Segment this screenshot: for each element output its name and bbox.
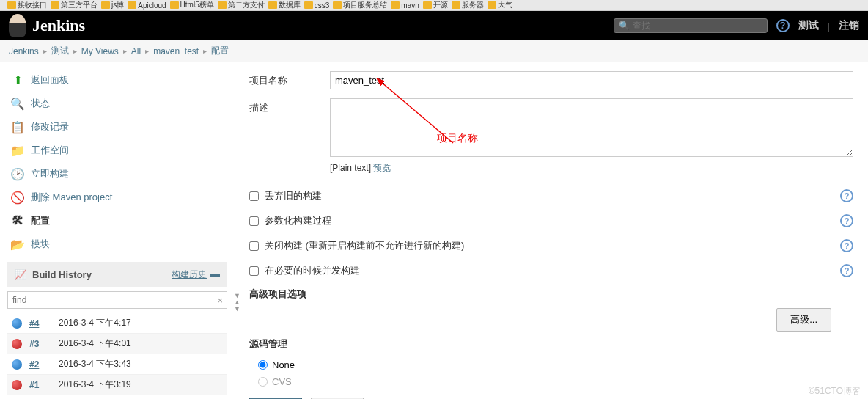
tools-icon: 🛠 bbox=[10, 213, 25, 228]
bookmark-item[interactable]: 第三方平台 bbox=[51, 0, 98, 10]
user-link[interactable]: 测试 bbox=[798, 19, 819, 32]
scm-header: 源码管理 bbox=[249, 337, 853, 352]
folder-icon bbox=[452, 1, 460, 9]
crumb-jenkins[interactable]: Jenkins bbox=[9, 46, 39, 56]
content-area: 项目名称 描述 [Plain text] 预览 丢弃旧的构建 ? 参数化构建过程… bbox=[235, 62, 868, 399]
magnifier-icon: 🔍 bbox=[10, 96, 25, 111]
build-row[interactable]: #32016-3-4 下午4:01 bbox=[7, 334, 227, 354]
help-icon[interactable]: ? bbox=[840, 264, 853, 277]
logo-area[interactable]: Jenkins bbox=[9, 14, 85, 37]
disable-build-row: 关闭构建 (重新开启构建前不允许进行新的构建) ? bbox=[249, 233, 853, 258]
help-icon[interactable]: ? bbox=[840, 189, 853, 202]
help-icon[interactable]: ? bbox=[840, 239, 853, 252]
status-ball-red-icon bbox=[12, 380, 22, 390]
bookmark-item[interactable]: 开源 bbox=[423, 0, 448, 10]
search-icon: 🔍 bbox=[619, 21, 630, 31]
sidebar-item-back[interactable]: ⬆返回面板 bbox=[0, 68, 235, 92]
bookmark-item[interactable]: js博 bbox=[101, 0, 124, 10]
build-list: #42016-3-4 下午4:17 #32016-3-4 下午4:01 #220… bbox=[7, 313, 227, 395]
sidebar: ⬆返回面板 🔍状态 📋修改记录 📁工作空间 🕑立即构建 🚫删除 Maven pr… bbox=[0, 62, 235, 399]
watermark: ©51CTO博客 bbox=[809, 385, 861, 398]
crumb-maventest[interactable]: maven_test bbox=[153, 46, 199, 56]
up-arrow-icon: ⬆ bbox=[10, 73, 25, 87]
chevron-right-icon: ▸ bbox=[43, 47, 47, 55]
chevron-right-icon: ▸ bbox=[123, 47, 127, 55]
sidebar-item-modules[interactable]: 📂模块 bbox=[0, 233, 235, 256]
status-ball-blue-icon bbox=[12, 359, 22, 370]
scm-none-row: None bbox=[249, 356, 853, 373]
search-input[interactable] bbox=[633, 21, 762, 31]
bookmark-item[interactable]: Html5榜单 bbox=[170, 0, 214, 10]
bookmark-item[interactable]: 项目服务总结 bbox=[333, 0, 387, 10]
notes-icon: 📋 bbox=[10, 120, 25, 134]
bookmark-item[interactable]: 服务器 bbox=[452, 0, 484, 10]
chevron-right-icon: ▸ bbox=[73, 47, 77, 55]
bookmark-item[interactable]: mavn bbox=[391, 1, 419, 10]
delete-icon: 🚫 bbox=[10, 190, 25, 205]
chevron-right-icon: ▸ bbox=[203, 47, 207, 55]
folder-icon bbox=[268, 1, 277, 9]
folder-icon bbox=[218, 1, 227, 9]
sidebar-item-workspace[interactable]: 📁工作空间 bbox=[0, 139, 235, 162]
crumb-test[interactable]: 测试 bbox=[51, 45, 69, 57]
bookmark-item[interactable]: Apicloud bbox=[128, 1, 166, 10]
clock-play-icon: 🕑 bbox=[10, 166, 25, 181]
bookmark-item[interactable]: 第二方支付 bbox=[218, 0, 265, 10]
folder-icon bbox=[333, 1, 342, 9]
search-box[interactable]: 🔍 bbox=[614, 18, 768, 33]
breadcrumb: Jenkins▸ 测试▸ My Views▸ All▸ maven_test▸ … bbox=[0, 40, 868, 62]
crumb-myviews[interactable]: My Views bbox=[81, 46, 119, 56]
description-hint: [Plain text] 预览 bbox=[330, 162, 853, 175]
logout-link[interactable]: 注销 bbox=[839, 19, 859, 32]
folder-icon bbox=[170, 1, 179, 9]
build-history-link[interactable]: 构建历史 bbox=[172, 269, 207, 279]
chevron-right-icon: ▸ bbox=[145, 47, 149, 55]
concurrent-row: 在必要的时候并发构建 ? bbox=[249, 258, 853, 283]
sidebar-item-buildnow[interactable]: 🕑立即构建 bbox=[0, 162, 235, 186]
folder-icon bbox=[128, 1, 136, 9]
scm-cvs-row: CVS bbox=[249, 373, 853, 390]
build-row[interactable]: #22016-3-4 下午3:43 bbox=[7, 354, 227, 375]
folder-icon bbox=[304, 1, 313, 9]
status-ball-blue-icon bbox=[12, 318, 22, 329]
discard-old-checkbox[interactable] bbox=[249, 191, 259, 201]
sidebar-item-configure[interactable]: 🛠配置 bbox=[0, 209, 235, 233]
description-textarea[interactable] bbox=[330, 98, 853, 157]
sidebar-item-changes[interactable]: 📋修改记录 bbox=[0, 115, 235, 139]
crumb-config[interactable]: 配置 bbox=[211, 45, 229, 57]
help-icon[interactable]: ? bbox=[776, 19, 790, 32]
bookmark-item[interactable]: 数据库 bbox=[268, 0, 301, 10]
collapse-icon[interactable]: ▬ bbox=[210, 268, 220, 279]
project-name-input[interactable] bbox=[330, 71, 853, 89]
bookmark-item[interactable]: 大气 bbox=[488, 0, 512, 10]
clear-icon[interactable]: × bbox=[217, 295, 223, 306]
build-history-header: 📈Build History 构建历史▬ bbox=[7, 262, 227, 287]
scm-cvs-radio[interactable] bbox=[258, 377, 268, 387]
advanced-button[interactable]: 高级... bbox=[776, 308, 831, 332]
preview-link[interactable]: 预览 bbox=[373, 163, 391, 173]
sidebar-item-status[interactable]: 🔍状态 bbox=[0, 92, 235, 115]
build-row[interactable]: #12016-3-4 下午3:19 bbox=[7, 375, 227, 395]
scm-none-radio[interactable] bbox=[258, 360, 268, 370]
bookmark-item[interactable]: 接收接口 bbox=[7, 0, 47, 10]
concurrent-checkbox[interactable] bbox=[249, 266, 259, 276]
disable-build-checkbox[interactable] bbox=[249, 241, 259, 251]
folder-icon bbox=[101, 1, 110, 9]
build-filter-input[interactable] bbox=[7, 291, 227, 309]
build-search: × ▼▲▼ bbox=[7, 291, 227, 309]
build-row[interactable]: #42016-3-4 下午4:17 bbox=[7, 313, 227, 334]
description-label: 描述 bbox=[249, 98, 330, 175]
folder-open-icon: 📂 bbox=[10, 237, 25, 252]
parameterized-checkbox[interactable] bbox=[249, 216, 259, 226]
crumb-all[interactable]: All bbox=[131, 46, 141, 56]
jenkins-logo-icon bbox=[9, 14, 26, 37]
help-icon[interactable]: ? bbox=[840, 214, 853, 227]
bookmark-item[interactable]: css3 bbox=[304, 1, 330, 10]
folder-icon bbox=[51, 1, 59, 9]
folder-icon bbox=[488, 1, 496, 9]
sidebar-item-delete[interactable]: 🚫删除 Maven project bbox=[0, 186, 235, 209]
parameterized-row: 参数化构建过程 ? bbox=[249, 208, 853, 233]
status-ball-red-icon bbox=[12, 339, 22, 349]
app-title: Jenkins bbox=[32, 16, 85, 35]
bookmark-bar: 接收接口 第三方平台 js博 Apicloud Html5榜单 第二方支付 数据… bbox=[0, 0, 868, 11]
